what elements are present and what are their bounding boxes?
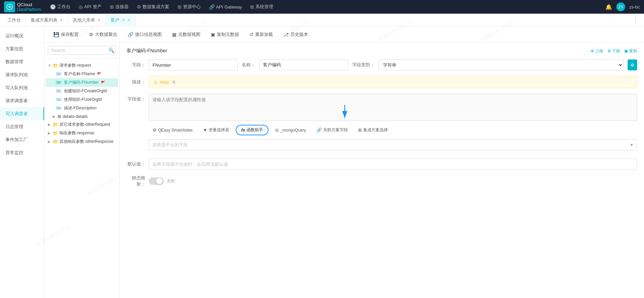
move-down-icon: ⊕ [607,49,611,53]
history-button[interactable]: ⎇ 历史版本 [278,29,313,40]
logo[interactable]: QCloud DataPlatform [4,1,41,12]
nav-data-integration[interactable]: ⚙ 数据集成方案 [133,0,173,14]
metadata-view-button[interactable]: ▦ 元数据视图 [167,29,205,40]
detail-actions: ⊕ 上移 ⊕ 下移 ▣ 复制 [591,48,637,54]
field-value-input[interactable] [149,59,238,70]
sidebar-item-plan-info[interactable]: 方案信息 [0,42,44,55]
search-box: 🔍 [44,42,119,58]
var-selector-button[interactable]: ▼ 变量选择器 [199,125,233,135]
logo-platform: DataPlatform [17,7,41,12]
sidebar-item-request-queue[interactable]: 请求队列池 [0,68,44,81]
type-select[interactable]: 字符串 [379,59,623,70]
sidebar-item-event-factory[interactable]: 事件加工厂 [0,133,44,146]
expand-arrow-other-response-icon: ▶ [48,140,51,144]
big-data-agg-button[interactable]: ⚙ 大数据聚合 [84,29,122,40]
sidebar-item-log-mgmt[interactable]: 日志管理 [0,120,44,133]
metadata-view-icon: ▦ [172,32,176,37]
sidebar-item-exception-monitor[interactable]: 异常监控 [0,146,44,159]
data-integration-icon: ⚙ [137,4,141,10]
sidebar-item-overview[interactable]: 运行概况 [0,29,44,42]
tab-workbench[interactable]: 工作台 [3,14,26,27]
nav-api-assets[interactable]: ◎ API 资产 [75,0,105,14]
user-name[interactable]: zs-bc [629,4,640,10]
default-value-input[interactable] [149,159,637,170]
tab-integration-list[interactable]: 集成方案列表 ✕ [26,14,68,27]
field-name-input[interactable] [259,59,348,70]
move-down-button[interactable]: ⊕ 下移 [607,48,620,54]
integration-select-button[interactable]: ⊞ 集成方案选择 [354,125,392,135]
tree-node-other-request[interactable]: ▶ 📁 其它请求参数-otherRequest [46,120,118,129]
field-value-content: ⚙ QEasy SmartAides ▼ 变量选择器 fx 函数助手 [149,94,637,153]
settings-fab[interactable]: ⚙ [628,59,637,70]
mongo-query-icon: ◎ [275,127,279,133]
tabs-more[interactable]: ⋮ [630,16,641,24]
search-icon[interactable]: 🔍 [108,48,114,53]
notification-bell-icon[interactable]: 🔔 [605,4,612,10]
func-helper-button[interactable]: fx 函数助手 [236,125,268,135]
nav-connector[interactable]: ⊞ 连接器 [106,0,132,14]
tree-node-request-params[interactable]: ▼ 📁 请求参数-request [46,61,118,70]
tab-customer[interactable]: 客户 ↺ ✕ [106,14,136,27]
tree-node-customer-name[interactable]: Str 客户名称-FName 🚩 [46,70,118,78]
tree-node-customer-code[interactable]: Str 客户编码-FNumber 🚩 [46,78,118,87]
detail-title: 客户编码-FNumber [127,48,167,54]
nav-api-gateway[interactable]: 🔗 API Gateway [206,0,246,14]
reload-icon: ↺ [249,32,253,37]
sidebar-item-request-scheduler[interactable]: 请求调度者 [0,94,44,107]
move-up-button[interactable]: ⊕ 上移 [591,48,603,54]
resource-icon: ⊞ [178,4,182,10]
tab-refresh-customer[interactable]: ↺ [121,17,125,23]
sidebar-item-data-mgmt[interactable]: 数据管理 [0,55,44,68]
nav-system-mgmt[interactable]: ⊞ 系统管理 [247,0,277,14]
source-field-select[interactable] [149,139,637,150]
sidebar-item-write-scheduler[interactable]: 写入调度者 [0,107,44,120]
tree-node-response-params[interactable]: ▶ 📁 响应参数-response [46,129,118,137]
toolbar: 💾 保存配置 ⚙ 大数据聚合 🔗 接口信息视图 ▦ 元数据视图 ▣ 复制元数据 … [44,27,644,42]
history-icon: ⎇ [283,32,289,37]
reload-button[interactable]: ↺ 重新加载 [245,29,278,40]
tree-node-description[interactable]: Str 描述-FDescription [46,104,118,112]
field-value-textarea[interactable] [149,94,637,121]
tab-close-integration-list[interactable]: ✕ [60,18,63,23]
folder-icon: 📁 [53,63,58,68]
tree-node-other-response[interactable]: ▶ 📁 其他响应参数-otherResponse [46,137,118,146]
tree-node-details[interactable]: ▶ ⊞ details-details [46,112,118,120]
type-badge-str-3: Str [55,89,62,93]
nav-resource[interactable]: ⊞ 资源中心 [174,0,204,14]
tab-close-customer[interactable]: ✕ [127,18,131,23]
save-config-button[interactable]: 💾 保存配置 [49,29,83,40]
toggle-wrap: 关闭 [149,177,637,185]
flag-icon: 🚩 [97,72,101,76]
static-map-label: 静态映射： [127,175,145,187]
qeasy-smartaides-button[interactable]: ⚙ QEasy SmartAides [149,125,196,135]
interface-view-button[interactable]: 🔗 接口信息视图 [123,29,167,40]
related-field-button[interactable]: 🔗 关联方案字段 [313,125,352,135]
folder-response-icon: 📁 [53,131,58,136]
copy-button[interactable]: ▣ 复制 [624,48,637,54]
expand-arrow-response-icon: ▶ [48,131,51,135]
source-field-row: 选择源平台的字段 ▼ [149,139,637,150]
tree-node-use-org[interactable]: Str 使用组织-FUseOrgId [46,95,118,104]
nav-workbench[interactable]: 🕐 工作台 [47,0,74,14]
type-label: 字段类型： [352,62,374,68]
expand-arrow-details-icon: ▶ [53,114,56,118]
api-assets-icon: ◎ [79,4,83,10]
copy-metadata-button[interactable]: ▣ 复制元数据 [206,29,244,40]
var-selector-icon: ▼ [203,127,207,133]
sidebar-item-write-queue[interactable]: 写入队列池 [0,81,44,94]
default-value-content [149,159,637,170]
help-link[interactable]: Help [160,80,169,85]
field-row: 字段： 名称： 字段类型： 字符串 ⚙ [127,59,637,70]
avatar[interactable]: ZS [616,2,625,11]
tab-other-import[interactable]: 其他入库单 ✕ [68,14,106,27]
desc-row: 描述： ⚠ Help ⧉ [127,76,637,88]
mongo-query-button[interactable]: ◎ _mongoQuery [271,125,310,135]
tab-close-other-import[interactable]: ✕ [97,18,101,23]
search-input[interactable] [51,48,108,53]
related-field-icon: 🔗 [316,127,322,133]
qeasy-icon: ⚙ [153,127,157,133]
search-input-wrap: 🔍 [48,46,116,55]
tree-node-create-org[interactable]: Str 创建组织-FCreateOrgId [46,87,118,95]
help-external-icon[interactable]: ⧉ [172,80,175,84]
static-map-toggle[interactable] [149,177,164,185]
